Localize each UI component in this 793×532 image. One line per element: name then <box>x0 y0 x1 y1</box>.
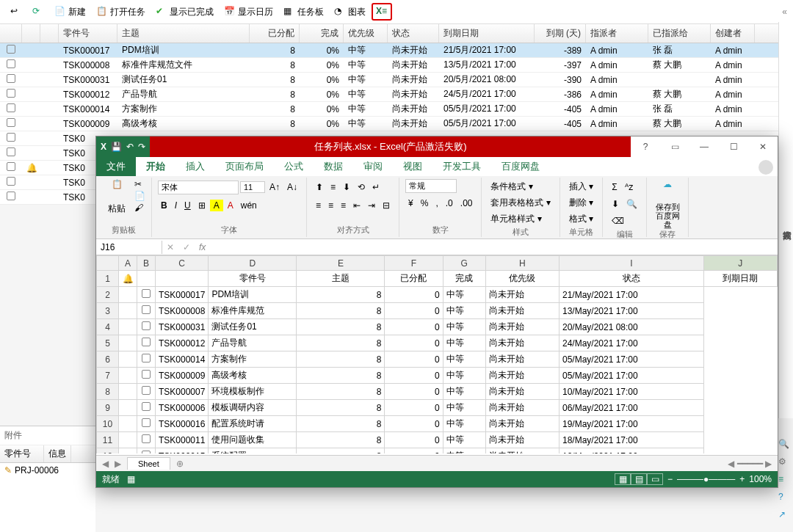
table-format-button[interactable]: 套用表格格式 ▾ <box>488 195 553 211</box>
tab-insert[interactable]: 插入 <box>175 157 215 176</box>
add-sheet-icon[interactable]: ⊕ <box>176 459 184 469</box>
zoom-in-icon[interactable]: + <box>739 474 745 484</box>
page-break-icon[interactable]: ▭ <box>647 473 663 485</box>
col-assignee[interactable]: 已指派给 <box>648 24 711 43</box>
task-board-button[interactable]: ▦任务板 <box>279 4 328 21</box>
col-assigner[interactable]: 指派者 <box>586 24 648 43</box>
row-checkbox[interactable] <box>7 103 15 112</box>
save-icon[interactable]: 💾 <box>111 142 122 152</box>
macro-icon[interactable]: ▦ <box>127 474 135 484</box>
fx-icon[interactable]: fx <box>195 242 210 252</box>
col-days[interactable]: 到期 (天) <box>535 24 586 43</box>
help-button[interactable]: ? <box>631 136 660 157</box>
show-calendar-button[interactable]: 📅显示日历 <box>220 4 278 21</box>
cell-style-button[interactable]: 单元格样式 ▾ <box>488 211 544 227</box>
table-row[interactable]: TSK000008标准件库规范文件80%中等尚未开始13/5月/2021 17:… <box>0 58 793 73</box>
format-painter-icon[interactable]: 🖌 <box>134 203 145 213</box>
tab-dev[interactable]: 开发工具 <box>432 157 491 176</box>
row-checkbox[interactable] <box>7 162 15 171</box>
merge-icon[interactable]: ⊟ <box>380 199 393 212</box>
normal-view-icon[interactable]: ▦ <box>615 473 631 485</box>
formula-input[interactable] <box>210 242 778 252</box>
user-avatar[interactable] <box>758 160 773 175</box>
indent-inc-icon[interactable]: ⇥ <box>365 199 378 212</box>
worksheet[interactable]: ABCDEFGHIJ1🔔零件号主题已分配完成优先级状态到期日期2TSK00001… <box>96 255 778 453</box>
align-middle-icon[interactable]: ≡ <box>327 181 338 194</box>
excel-titlebar[interactable]: X 💾 ↶ ↷ 任务列表.xlsx - Excel(产品激活失败) ? ▭ — … <box>96 136 778 157</box>
border-button[interactable]: ⊞ <box>195 199 209 212</box>
col-assigned[interactable]: 已分配 <box>250 24 300 43</box>
zoom-slider[interactable]: ———●——— <box>677 474 735 484</box>
help-icon[interactable]: ? <box>778 492 790 503</box>
font-size-select[interactable]: 11 <box>240 181 265 193</box>
find-icon[interactable]: 🔍 <box>623 197 640 211</box>
zoom-level[interactable]: 100% <box>749 474 772 484</box>
ribbon-options-button[interactable]: ▭ <box>660 136 689 157</box>
advanced-search-panel[interactable]: 高级搜索 <box>778 22 793 418</box>
tab-baidu[interactable]: 百度网盘 <box>491 157 550 176</box>
col-status[interactable]: 状态 <box>388 24 439 43</box>
font-color-button[interactable]: A <box>225 199 236 212</box>
new-button[interactable]: 📄新建 <box>50 4 90 21</box>
refresh-button[interactable]: ⟳ <box>28 4 48 20</box>
tab-data[interactable]: 数据 <box>314 157 353 176</box>
row-checkbox[interactable] <box>7 45 15 54</box>
align-left-icon[interactable]: ≡ <box>313 199 324 212</box>
search-icon[interactable]: 🔍 <box>778 439 790 451</box>
currency-icon[interactable]: ¥ <box>405 197 416 210</box>
table-row[interactable]: TSK000014方案制作80%中等尚未开始05/5月/2021 17:00-4… <box>0 102 793 117</box>
copy-icon[interactable]: 📄 <box>134 191 145 201</box>
table-row[interactable]: TSK000031测试任务0180%中等尚未开始20/5月/2021 08:00… <box>0 73 793 87</box>
col-due[interactable]: 到期日期 <box>439 24 535 43</box>
page-layout-icon[interactable]: ▤ <box>631 473 647 485</box>
col-complete[interactable]: 完成 <box>300 24 344 43</box>
tab-review[interactable]: 审阅 <box>353 157 393 176</box>
redo-icon[interactable]: ↷ <box>138 142 145 152</box>
align-center-icon[interactable]: ≡ <box>325 199 336 212</box>
show-done-button[interactable]: ✔显示已完成 <box>151 4 218 21</box>
font-name-select[interactable]: 宋体 <box>158 181 239 194</box>
increase-font-icon[interactable]: A↑ <box>267 181 283 194</box>
row-checkbox[interactable] <box>7 147 15 156</box>
sheet-nav-prev-icon[interactable]: ◀ <box>102 459 109 469</box>
zoom-out-icon[interactable]: − <box>667 474 673 484</box>
indent-dec-icon[interactable]: ⇤ <box>350 199 363 212</box>
tab-view[interactable]: 视图 <box>393 157 432 176</box>
align-top-icon[interactable]: ⬆ <box>313 181 326 194</box>
comma-icon[interactable]: , <box>432 197 441 210</box>
row-checkbox[interactable] <box>7 59 15 68</box>
tab-layout[interactable]: 页面布局 <box>215 157 274 176</box>
percent-icon[interactable]: % <box>418 197 432 210</box>
row-checkbox[interactable] <box>7 192 15 200</box>
table-row[interactable]: TSK000017PDM培训80%中等尚未开始21/5月/2021 17:00-… <box>0 43 793 58</box>
paste-button[interactable]: 📋粘贴 <box>102 179 131 215</box>
insert-cell-button[interactable]: 插入 ▾ <box>566 179 596 194</box>
attach-col-part[interactable]: 零件号 <box>0 445 44 462</box>
delete-cell-button[interactable]: 删除 ▾ <box>566 195 596 211</box>
inc-decimal-icon[interactable]: .0 <box>443 197 456 210</box>
maximize-button[interactable]: ☐ <box>719 136 748 157</box>
cancel-formula-icon[interactable]: ✕ <box>162 242 178 252</box>
save-baidu-button[interactable]: ☁ 保存到百度网盘 <box>653 179 682 229</box>
decrease-font-icon[interactable]: A↓ <box>284 181 300 194</box>
table-row[interactable]: TSK000009高级考核80%中等尚未开始05/5月/2021 17:00-4… <box>0 117 793 131</box>
cut-icon[interactable]: ✂ <box>134 179 145 189</box>
underline-button[interactable]: U <box>181 199 194 212</box>
sheet-nav-next-icon[interactable]: ▶ <box>115 459 121 469</box>
phonetic-button[interactable]: wén <box>238 199 260 212</box>
row-checkbox[interactable] <box>7 133 15 142</box>
tab-home[interactable]: 开始 <box>136 157 175 176</box>
col-creator[interactable]: 创建者 <box>711 24 755 43</box>
orientation-icon[interactable]: ⟲ <box>355 181 368 194</box>
align-right-icon[interactable]: ≡ <box>338 199 349 212</box>
col-subject[interactable]: 主题 <box>117 24 250 43</box>
back-button[interactable]: ↩ <box>6 4 26 20</box>
wrap-text-icon[interactable]: ↵ <box>369 181 383 194</box>
col-part[interactable]: 零件号 <box>59 24 117 43</box>
share-icon[interactable]: ↗ <box>778 509 790 521</box>
fill-icon[interactable]: ⬇ <box>609 197 622 211</box>
collapse-button[interactable]: « <box>782 7 787 17</box>
sort-icon[interactable]: ᴬᴢ <box>622 181 636 194</box>
row-checkbox[interactable] <box>7 177 15 186</box>
attach-row[interactable]: ✎ PRJ-00006 <box>0 463 95 478</box>
